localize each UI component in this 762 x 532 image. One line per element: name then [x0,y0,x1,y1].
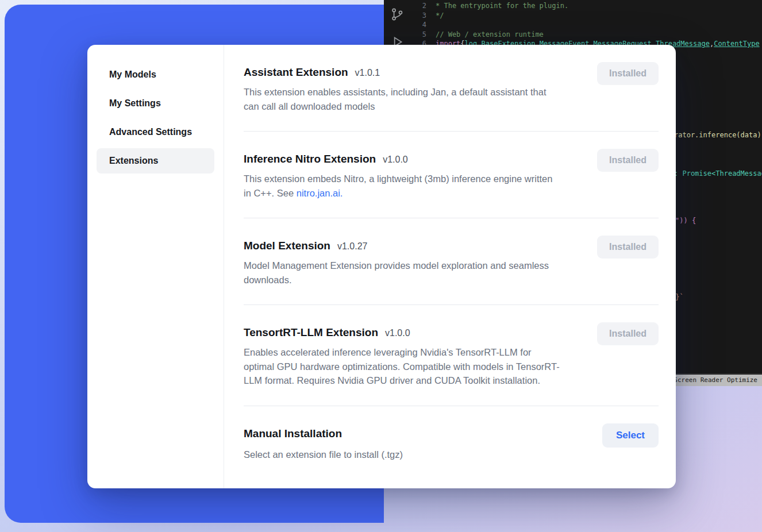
extension-description: Model Management Extension provides mode… [244,259,560,287]
extension-name: Inference Nitro Extension [244,152,376,166]
code-fragment: rator.inference(data)); [674,131,762,139]
select-file-button[interactable]: Select [602,423,659,448]
source-control-icon[interactable] [390,7,405,22]
extension-name: TensortRT-LLM Extension [244,326,378,340]
line-number: 3 [410,11,426,20]
manual-installation-row: Manual Installation Select an extension … [244,427,659,462]
extension-version: v1.0.0 [385,328,410,338]
settings-modal: My Models My Settings Advanced Settings … [87,45,676,488]
installed-button[interactable]: Installed [597,322,659,345]
sidebar-item-advanced-settings[interactable]: Advanced Settings [97,119,214,145]
code-line: 2 * The entrypoint for the plugin. [410,1,762,11]
code-comment: * The entrypoint for the plugin. [436,2,568,10]
extension-row-tensorrt-llm: TensortRT-LLM Extension v1.0.0 Enables a… [244,326,659,388]
code-comment: // Web / extension runtime [436,30,544,38]
code-comment: */ [436,11,444,20]
installed-button[interactable]: Installed [597,62,659,85]
line-number: 2 [410,2,426,10]
divider [244,406,659,406]
extension-row-assistant: Assistant Extension v1.0.1 This extensio… [244,65,659,113]
installed-button[interactable]: Installed [597,149,659,172]
extension-version: v1.0.0 [383,155,408,165]
divider [244,131,659,132]
extension-version: v1.0.1 [355,68,380,78]
line-number: 5 [410,30,426,38]
manual-installation-description: Select an extension file to install (.tg… [244,448,403,462]
extension-name: Model Extension [244,239,330,253]
manual-installation-title: Manual Installation [244,427,342,441]
extension-version: v1.0.27 [337,241,367,252]
sidebar-item-my-settings[interactable]: My Settings [97,91,214,116]
sidebar-item-extensions[interactable]: Extensions [97,148,214,174]
code-identifier: ContentType [714,40,759,48]
extension-row-model: Model Extension v1.0.27 Model Management… [244,239,659,287]
extension-name: Assistant Extension [244,65,348,79]
code-line: 4 [410,20,762,30]
line-number: 4 [410,21,426,29]
screen-reader-optimized-badge[interactable]: Screen Reader Optimize [669,375,762,386]
sidebar-item-my-models[interactable]: My Models [97,62,214,87]
divider [244,304,659,305]
code-line: 3 */ [410,11,762,21]
extension-row-inference-nitro: Inference Nitro Extension v1.0.0 This ex… [244,152,659,200]
code-area: 2 * The entrypoint for the plugin. 3 */ … [410,1,762,49]
settings-sidebar: My Models My Settings Advanced Settings … [87,45,224,488]
code-fragment: ")) { [675,217,696,225]
installed-button[interactable]: Installed [597,236,659,259]
extension-description: This extension enables assistants, inclu… [244,85,560,113]
divider [244,218,659,218]
desktop: 2 * The entrypoint for the plugin. 3 */ … [0,0,762,532]
description-text: This extension embeds Nitro, a lightweig… [244,174,552,198]
code-separator: , [710,40,714,48]
extension-description: Enables accelerated inference leveraging… [244,345,560,388]
extension-description: This extension embeds Nitro, a lightweig… [244,172,560,200]
code-fragment: : Promise<ThreadMessage> [674,169,762,178]
code-line: 5 // Web / extension runtime [410,30,762,40]
extensions-panel: Assistant Extension v1.0.1 This extensio… [224,45,676,488]
nitro-jan-ai-link[interactable]: nitro.jan.ai. [297,188,343,198]
